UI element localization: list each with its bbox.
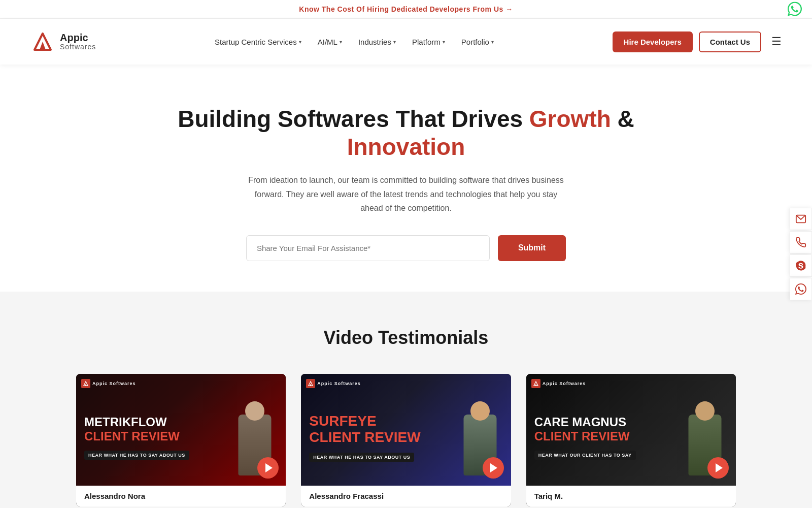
chevron-down-icon-portfolio: ▾ [491, 39, 494, 45]
card-logo-text-2: Appic Softwares [317, 381, 361, 386]
banner-text: Know The Cost Of Hiring Dedicated Develo… [299, 5, 503, 13]
card-text-1: METRIKFLOW CLIENT REVIEW HEAR WHAT HE HA… [84, 400, 226, 459]
hero-section: Building Softwares That Drives Growth & … [0, 65, 812, 292]
top-banner-wrapper: Know The Cost Of Hiring Dedicated Develo… [0, 0, 812, 19]
card-logo-1: Appic Softwares [81, 379, 136, 388]
skype-icon [795, 260, 806, 271]
testimonial-card-3[interactable]: Appic Softwares CARE MAGNUS CLIENT REVIE… [526, 374, 736, 506]
card-subtitle-1: HEAR WHAT HE HAS TO SAY ABOUT US [84, 451, 189, 460]
testimonial-card-1[interactable]: Appic Softwares METRIKFLOW CLIENT REVIEW… [76, 374, 286, 506]
card-content-1: Appic Softwares METRIKFLOW CLIENT REVIEW… [76, 374, 286, 486]
card-name-2: Alessandro Fracassi [301, 486, 511, 506]
banner-arrow: → [505, 5, 513, 13]
email-form: Submit [10, 235, 802, 261]
card-content-2: Appic Softwares SURFEYE CLIENT REVIEW HE… [301, 374, 511, 486]
nav-item-startup[interactable]: Startup Centric Services ▾ [215, 38, 301, 46]
logo-mark-1 [81, 379, 90, 388]
nav-label-portfolio: Portfolio [461, 38, 489, 46]
email-icon [795, 213, 806, 225]
submit-button[interactable]: Submit [498, 235, 566, 261]
nav-link-industries[interactable]: Industries ▾ [358, 38, 396, 46]
card-content-3: Appic Softwares CARE MAGNUS CLIENT REVIE… [526, 374, 736, 486]
card-title-2: SURFEYE CLIENT REVIEW [309, 413, 451, 446]
card-subtitle-2: HEAR WHAT HE HAS TO SAY ABOUT US [309, 453, 414, 462]
nav-item-aiml[interactable]: AI/ML ▾ [318, 38, 342, 46]
card-thumbnail-1: Appic Softwares METRIKFLOW CLIENT REVIEW… [76, 374, 286, 486]
hero-growth: Growth [529, 106, 611, 132]
card-text-2: SURFEYE CLIENT REVIEW HEAR WHAT HE HAS T… [309, 398, 451, 462]
card-name-1: Alessandro Nora [76, 486, 286, 506]
testimonials-grid: Appic Softwares METRIKFLOW CLIENT REVIEW… [76, 374, 736, 506]
nav-link-platform[interactable]: Platform ▾ [412, 38, 445, 46]
card-logo-3: Appic Softwares [531, 379, 586, 388]
card-title-line1-3: CARE MAGNUS [534, 415, 676, 429]
testimonials-section: Video Testimonials Appic Softwares [0, 292, 812, 508]
svg-marker-4 [85, 384, 87, 386]
testimonial-card-2[interactable]: Appic Softwares SURFEYE CLIENT REVIEW HE… [301, 374, 511, 506]
nav-label-platform: Platform [412, 38, 441, 46]
nav-item-industries[interactable]: Industries ▾ [358, 38, 396, 46]
logo-softwares: Softwares [60, 43, 96, 51]
card-person-name-1: Alessandro Nora [84, 492, 145, 500]
logo-appic: Appic [60, 32, 96, 43]
whatsapp-side-icon[interactable] [790, 278, 812, 300]
svg-marker-6 [310, 384, 312, 386]
chevron-down-icon-platform: ▾ [443, 39, 445, 45]
nav-label-aiml: AI/ML [318, 38, 337, 46]
email-input[interactable] [246, 235, 490, 261]
card-logo-text-3: Appic Softwares [543, 381, 586, 386]
nav-item-portfolio[interactable]: Portfolio ▾ [461, 38, 494, 46]
nav-label-industries: Industries [358, 38, 391, 46]
nav-links: Startup Centric Services ▾ AI/ML ▾ Indus… [215, 38, 494, 46]
svg-marker-8 [535, 384, 536, 386]
nav-item-platform[interactable]: Platform ▾ [412, 38, 445, 46]
chevron-down-icon-industries: ▾ [393, 39, 396, 45]
nav-label-startup: Startup Centric Services [215, 38, 297, 46]
nav-link-aiml[interactable]: AI/ML ▾ [318, 38, 342, 46]
skype-side-icon[interactable] [790, 255, 812, 277]
logo-text: Appic Softwares [60, 32, 96, 51]
card-title-line2-1: CLIENT REVIEW [84, 429, 226, 443]
navbar: Appic Softwares Startup Centric Services… [0, 19, 812, 65]
logo[interactable]: Appic Softwares [30, 29, 96, 54]
whatsapp-top-icon[interactable] [788, 2, 802, 17]
chevron-down-icon-aiml: ▾ [340, 39, 342, 45]
testimonials-heading: Video Testimonials [30, 327, 782, 348]
hero-line1: Building Softwares That Drives [178, 106, 529, 132]
card-logo-text-1: Appic Softwares [92, 381, 136, 386]
chevron-down-icon: ▾ [299, 39, 301, 45]
top-banner: Know The Cost Of Hiring Dedicated Develo… [0, 0, 812, 19]
person-head-2 [470, 401, 490, 421]
hire-developers-button[interactable]: Hire Developers [613, 31, 693, 52]
card-text-3: CARE MAGNUS CLIENT REVIEW HEAR WHAT OUR … [534, 400, 676, 459]
card-subtitle-3: HEAR WHAT OUR CLIENT HAS TO SAY [534, 451, 636, 460]
person-head-3 [695, 401, 715, 421]
play-button-1[interactable] [257, 457, 279, 479]
card-title-line1-2: SURFEYE [309, 413, 451, 429]
card-title-3: CARE MAGNUS CLIENT REVIEW [534, 415, 676, 443]
phone-side-icon[interactable] [790, 231, 812, 253]
person-head-1 [245, 401, 264, 421]
card-name-3: Tariq M. [526, 486, 736, 506]
phone-icon [795, 237, 806, 248]
banner-link[interactable]: Know The Cost Of Hiring Dedicated Develo… [299, 5, 513, 13]
nav-link-startup[interactable]: Startup Centric Services ▾ [215, 38, 301, 46]
logo-mark-3 [531, 379, 540, 388]
play-button-3[interactable] [707, 457, 729, 479]
hero-heading: Building Softwares That Drives Growth & … [10, 105, 802, 161]
hero-innovation: Innovation [10, 133, 802, 161]
card-logo-2: Appic Softwares [306, 379, 361, 388]
nav-actions: Hire Developers Contact Us ☰ [613, 31, 782, 52]
svg-marker-1 [40, 42, 46, 50]
play-button-2[interactable] [483, 457, 504, 479]
card-title-line2-3: CLIENT REVIEW [534, 429, 676, 443]
side-contact-icons [790, 208, 812, 300]
hero-ampersand: & [611, 106, 634, 132]
hamburger-menu-icon[interactable]: ☰ [771, 35, 782, 48]
card-title-line1-1: METRIKFLOW [84, 415, 226, 429]
email-side-icon[interactable] [790, 208, 812, 230]
contact-us-button[interactable]: Contact Us [699, 31, 761, 52]
card-person-name-3: Tariq M. [534, 492, 563, 500]
logo-icon [30, 29, 55, 54]
nav-link-portfolio[interactable]: Portfolio ▾ [461, 38, 494, 46]
